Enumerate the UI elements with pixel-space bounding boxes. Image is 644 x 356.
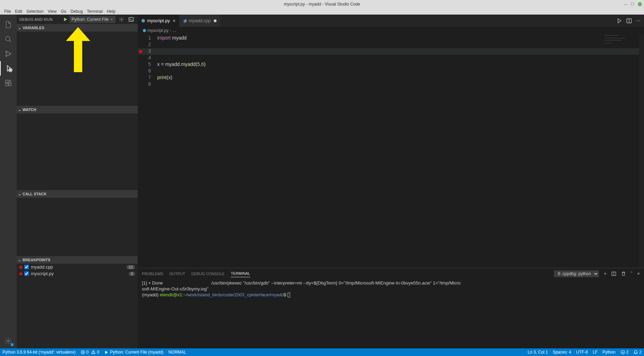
python-file-icon: ⬢	[143, 28, 146, 33]
search-icon[interactable]	[0, 32, 17, 46]
breakpoint-dot-icon	[19, 272, 22, 275]
start-debugging-button[interactable]	[62, 16, 69, 23]
editor-actions: ⋯	[617, 15, 644, 27]
menu-view[interactable]: View	[45, 9, 59, 14]
close-panel-icon[interactable]: ×	[637, 271, 640, 276]
breakpoint-file: myscript.py	[31, 271, 54, 276]
status-notifications[interactable]: 2	[631, 348, 644, 356]
menu-edit[interactable]: Edit	[13, 9, 24, 14]
menu-selection[interactable]: Selection	[24, 9, 45, 14]
panel-tab-output[interactable]: OUTPUT	[169, 270, 185, 277]
status-indentation[interactable]: Spaces: 4	[550, 348, 574, 356]
status-python-interpreter[interactable]: Python 3.6.9 64-bit ('myadd': virtualenv…	[0, 348, 78, 356]
panel-tab-problems[interactable]: PROBLEMS	[142, 270, 163, 277]
breakpoint-checkbox[interactable]	[24, 271, 29, 276]
status-feedback[interactable]: 2	[618, 348, 631, 356]
variables-section-header[interactable]: ⌄ VARIABLES	[17, 24, 138, 32]
tab-myscript[interactable]: ⬢ myscript.py ×	[138, 15, 179, 27]
source-control-icon[interactable]	[0, 46, 17, 61]
python-file-icon: ⬢	[141, 18, 145, 23]
svg-point-3	[9, 53, 11, 55]
more-actions-icon[interactable]: ⋯	[636, 18, 641, 23]
gutter[interactable]: 1 2 3 4 5 6 7 8	[138, 34, 157, 268]
line-number: 7	[148, 75, 151, 80]
breakpoint-file: myadd.cpp	[31, 264, 53, 270]
editor[interactable]: 1 2 3 4 5 6 7 8 import myadd print("goin…	[138, 34, 644, 268]
panel-tab-debug-console[interactable]: DEBUG CONSOLE	[191, 270, 224, 277]
svg-rect-16	[604, 43, 611, 43]
explorer-icon[interactable]	[0, 17, 17, 32]
breakpoint-checkbox[interactable]	[24, 265, 29, 269]
maximize-button[interactable]: ☐	[631, 2, 634, 6]
menu-go[interactable]: Go	[59, 9, 68, 14]
split-terminal-icon[interactable]	[611, 271, 616, 276]
sidebar-header: DEBUG AND RUN Python: Current File	[17, 15, 138, 24]
minimap[interactable]	[604, 34, 639, 104]
close-button[interactable]	[638, 2, 642, 6]
line-number: 4	[148, 55, 151, 60]
menu-file[interactable]: File	[2, 9, 13, 14]
status-vim-mode[interactable]: NORMAL	[166, 348, 188, 356]
svg-point-19	[621, 350, 625, 354]
breakpoint-dot-icon[interactable]	[139, 50, 142, 53]
status-debug-config[interactable]: Python: Current File (myadd)	[102, 348, 166, 356]
line-number: 1	[148, 35, 151, 41]
breakpoint-item[interactable]: myadd.cpp 12	[17, 264, 138, 270]
run-icon[interactable]	[617, 18, 622, 24]
svg-rect-13	[604, 35, 618, 36]
line-number: 2	[148, 42, 151, 47]
status-problems[interactable]: 0 0	[78, 348, 102, 356]
code-area[interactable]: import myadd print("going to ADD SOME NU…	[157, 34, 644, 268]
minimize-button[interactable]: —	[624, 2, 627, 6]
new-terminal-icon[interactable]: +	[604, 271, 607, 276]
kill-terminal-icon[interactable]	[621, 271, 626, 276]
menubar: File Edit Selection View Go Debug Termin…	[0, 8, 644, 15]
split-editor-icon[interactable]	[626, 18, 632, 24]
menu-help[interactable]: Help	[105, 9, 118, 14]
scrollbar[interactable]	[639, 34, 644, 268]
variables-label: VARIABLES	[23, 26, 44, 30]
debug-config-label: Python: Current File	[71, 17, 109, 22]
breakpoint-item[interactable]: myscript.py 3	[17, 270, 138, 277]
status-eol[interactable]: LF	[590, 348, 600, 356]
status-language[interactable]: Python	[600, 348, 618, 356]
menu-debug[interactable]: Debug	[68, 9, 85, 14]
line-number: 6	[148, 68, 151, 74]
terminal-content[interactable]: [1] + Done/usr/bin/pkexec "/usr/bin/gdb"…	[138, 279, 644, 348]
svg-rect-11	[129, 17, 134, 21]
configure-gear-icon[interactable]	[118, 16, 125, 23]
cpp-file-icon: ◉	[183, 18, 187, 23]
svg-point-9	[7, 340, 9, 342]
panel-tab-terminal[interactable]: TERMINAL	[231, 270, 250, 277]
tab-close-icon[interactable]: ×	[173, 18, 176, 24]
svg-rect-8	[9, 80, 11, 83]
chevron-down-icon: ⌄	[18, 192, 21, 196]
panel: PROBLEMS OUTPUT DEBUG CONSOLE TERMINAL 8…	[138, 268, 644, 348]
callstack-section-header[interactable]: ⌄ CALL STACK	[17, 190, 138, 198]
status-encoding[interactable]: UTF-8	[574, 348, 590, 356]
debug-config-select[interactable]: Python: Current File	[69, 16, 116, 23]
window-title: myscript.py - myadd - Visual Studio Code	[284, 2, 360, 7]
menu-terminal[interactable]: Terminal	[85, 9, 105, 14]
chevron-down-icon: ⌄	[18, 26, 21, 30]
tab-modified-dot-icon	[214, 19, 217, 22]
window-controls: — ☐	[624, 2, 642, 6]
status-cursor-position[interactable]: Ln 3, Col 1	[525, 348, 550, 356]
extensions-icon[interactable]	[0, 76, 17, 90]
chevron-right-icon: ›	[170, 28, 171, 33]
debug-console-icon[interactable]	[127, 16, 135, 23]
svg-point-0	[6, 36, 10, 41]
settings-gear-icon[interactable]: 1	[0, 334, 17, 348]
tab-myadd-cpp[interactable]: ◉ myadd.cpp	[179, 15, 220, 27]
breakpoints-label: BREAKPOINTS	[23, 258, 50, 262]
maximize-panel-icon[interactable]: ˆ	[631, 271, 632, 276]
breakpoint-dot-icon	[19, 266, 22, 269]
watch-section-header[interactable]: ⌄ WATCH	[17, 106, 138, 113]
titlebar: myscript.py - myadd - Visual Studio Code…	[0, 0, 644, 8]
callstack-label: CALL STACK	[23, 192, 46, 196]
status-bar: Python 3.6.9 64-bit ('myadd': virtualenv…	[0, 348, 644, 356]
breakpoints-section-header[interactable]: ⌄ BREAKPOINTS	[17, 256, 138, 264]
terminal-select[interactable]: 8: cppdbg: python	[554, 270, 599, 277]
breadcrumb[interactable]: ⬢ myscript.py › ...	[138, 27, 644, 34]
run-debug-icon[interactable]	[0, 61, 17, 76]
